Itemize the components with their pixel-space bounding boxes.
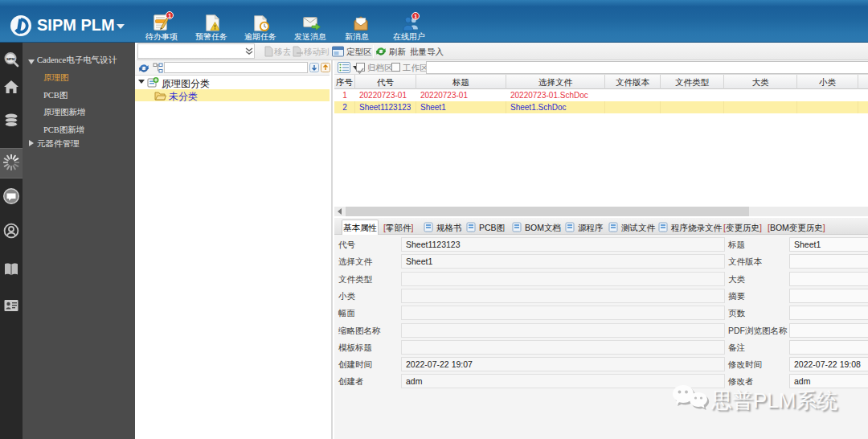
svg-text:SIPM: SIPM bbox=[6, 57, 15, 61]
